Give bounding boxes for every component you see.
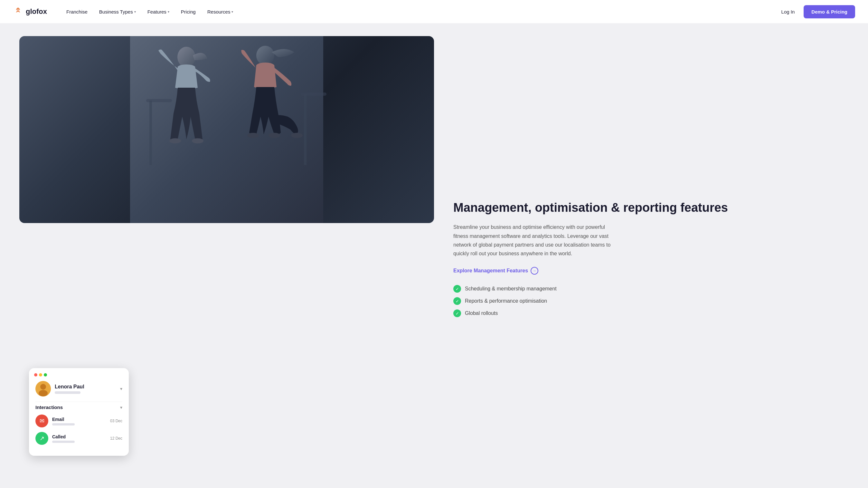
nav-features[interactable]: Features ▾ xyxy=(148,9,169,15)
feature-label-3: Global rollouts xyxy=(465,310,498,316)
svg-point-9 xyxy=(291,133,303,138)
features-list: ✓ Scheduling & membership management ✓ R… xyxy=(453,285,849,317)
called-info: Called xyxy=(52,434,106,443)
email-date: 03 Dec xyxy=(110,419,122,423)
nav-right: Log In Demo & Pricing xyxy=(781,5,855,18)
called-sub-bar xyxy=(52,441,75,443)
avatar xyxy=(35,381,51,397)
svg-rect-13 xyxy=(301,92,327,96)
phone-icon: ↗ xyxy=(35,432,48,445)
hero-title: Management, optimisation & reporting fea… xyxy=(453,200,849,215)
called-date: 12 Dec xyxy=(110,436,122,441)
hero-image xyxy=(19,36,434,223)
called-label: Called xyxy=(52,434,106,439)
user-info: Lenora Paul xyxy=(55,384,116,394)
svg-point-1 xyxy=(18,10,19,11)
svg-point-5 xyxy=(192,138,204,143)
chevron-down-icon: ▾ xyxy=(231,10,233,13)
svg-rect-11 xyxy=(304,94,307,165)
svg-point-15 xyxy=(40,384,46,390)
svg-point-8 xyxy=(269,133,280,138)
email-interaction: ✉ Email 03 Dec xyxy=(35,414,122,427)
profile-card: Lenora Paul ▾ Interactions ▾ ✉ Email 03 … xyxy=(29,368,129,456)
chevron-down-icon: ▾ xyxy=(134,10,136,13)
nav-business-types[interactable]: Business Types ▾ xyxy=(99,9,136,15)
called-interaction: ↗ Called 12 Dec xyxy=(35,432,122,445)
feature-item-3: ✓ Global rollouts xyxy=(453,310,849,317)
feature-label-1: Scheduling & membership management xyxy=(465,286,557,292)
feature-item-2: ✓ Reports & performance optimisation xyxy=(453,297,849,305)
nav-resources[interactable]: Resources ▾ xyxy=(207,9,234,15)
svg-point-0 xyxy=(17,10,18,11)
green-dot xyxy=(44,373,47,376)
hero-bg xyxy=(19,36,434,223)
yellow-dot xyxy=(39,373,42,376)
hero-silhouettes xyxy=(19,36,434,223)
left-section: Lenora Paul ▾ Interactions ▾ ✉ Email 03 … xyxy=(19,36,434,475)
interactions-label: Interactions xyxy=(35,404,63,410)
main-content: Lenora Paul ▾ Interactions ▾ ✉ Email 03 … xyxy=(0,23,868,488)
email-sub-bar xyxy=(52,423,75,426)
user-subtitle-bar xyxy=(55,391,81,394)
nav-pricing[interactable]: Pricing xyxy=(181,9,196,15)
svg-point-6 xyxy=(256,46,274,65)
login-link[interactable]: Log In xyxy=(781,9,795,15)
logo[interactable]: glofox xyxy=(13,6,47,17)
nav-franchise[interactable]: Franchise xyxy=(66,9,88,15)
svg-rect-10 xyxy=(149,101,152,165)
svg-point-16 xyxy=(39,390,48,397)
card-header: Lenora Paul ▾ xyxy=(35,381,122,397)
svg-point-4 xyxy=(169,138,181,143)
chevron-down-icon: ▾ xyxy=(168,10,169,13)
checkmark-icon-1: ✓ xyxy=(453,285,461,293)
svg-point-7 xyxy=(247,133,259,138)
red-dot xyxy=(34,373,37,376)
explore-features-link[interactable]: Explore Management Features → xyxy=(453,267,849,275)
feature-item-1: ✓ Scheduling & membership management xyxy=(453,285,849,293)
checkmark-icon-2: ✓ xyxy=(453,297,461,305)
email-label: Email xyxy=(52,417,106,422)
logo-text: glofox xyxy=(26,7,47,16)
hero-description: Streamline your business and optimise ef… xyxy=(453,223,614,258)
email-info: Email xyxy=(52,417,106,426)
feature-label-2: Reports & performance optimisation xyxy=(465,298,547,304)
explore-label: Explore Management Features xyxy=(453,268,528,274)
checkmark-icon-3: ✓ xyxy=(453,310,461,317)
card-chevron-icon[interactable]: ▾ xyxy=(120,386,122,391)
svg-rect-12 xyxy=(146,99,172,102)
interactions-header: Interactions ▾ xyxy=(35,402,122,410)
right-section: Management, optimisation & reporting fea… xyxy=(453,36,849,475)
email-icon: ✉ xyxy=(35,414,48,427)
interactions-chevron-icon[interactable]: ▾ xyxy=(120,405,122,410)
navbar: glofox Franchise Business Types ▾ Featur… xyxy=(0,0,868,23)
nav-links: Franchise Business Types ▾ Features ▾ Pr… xyxy=(66,9,781,15)
svg-point-3 xyxy=(177,47,195,67)
user-name: Lenora Paul xyxy=(55,384,116,390)
demo-pricing-button[interactable]: Demo & Pricing xyxy=(804,5,855,18)
window-dots xyxy=(34,373,47,376)
arrow-circle-icon: → xyxy=(531,267,538,275)
